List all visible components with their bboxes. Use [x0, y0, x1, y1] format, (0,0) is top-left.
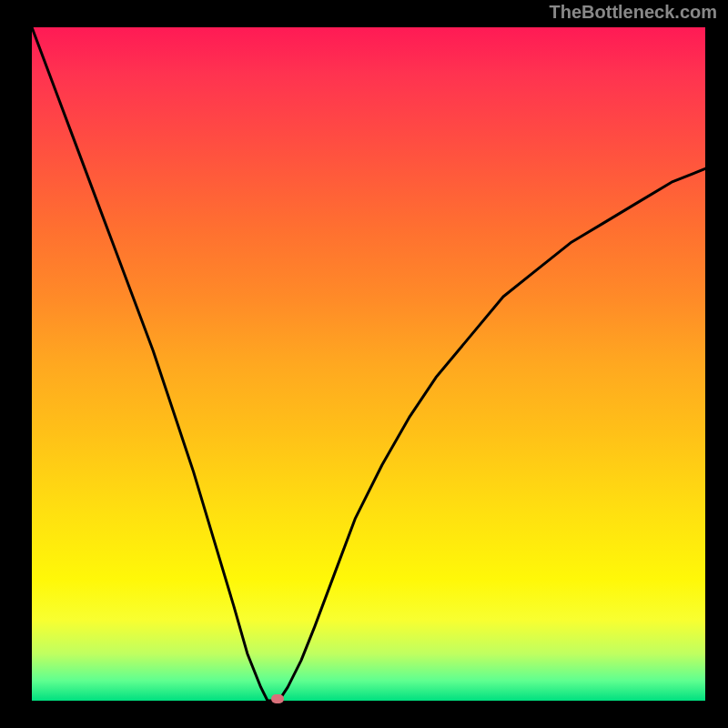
curve-layer [32, 27, 705, 701]
optimum-marker [271, 694, 284, 703]
attribution-label: TheBottleneck.com [550, 2, 717, 23]
bottleneck-curve [32, 27, 705, 701]
plot-area [32, 27, 705, 701]
chart-frame: TheBottleneck.com [0, 0, 728, 728]
